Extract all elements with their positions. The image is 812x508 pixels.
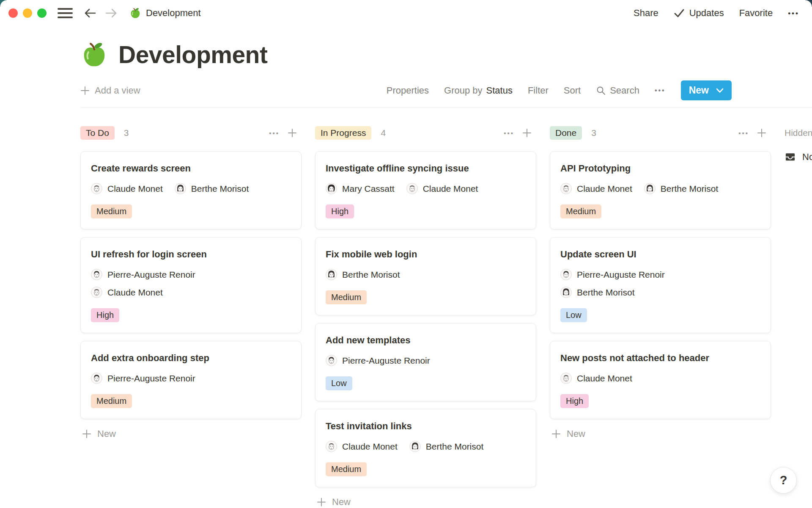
- assignee-chip[interactable]: Berthe Morisot: [175, 183, 249, 194]
- priority-tag[interactable]: Medium: [91, 394, 132, 408]
- filter-button[interactable]: Filter: [528, 85, 549, 96]
- card[interactable]: Create rewards screenClaude MonetBerthe …: [80, 151, 302, 229]
- assignee-chip[interactable]: Pierre-Auguste Renoir: [560, 269, 665, 280]
- column-add-card-icon[interactable]: [522, 128, 532, 138]
- card-title: New posts not attached to header: [560, 353, 760, 364]
- search-button[interactable]: Search: [596, 85, 639, 96]
- board-column-to-do: To Do3•••Create rewards screenClaude Mon…: [80, 125, 302, 439]
- card-title: API Prototyping: [560, 163, 760, 174]
- new-button[interactable]: New: [681, 80, 732, 100]
- column-cards: Create rewards screenClaude MonetBerthe …: [80, 151, 302, 419]
- card[interactable]: Test invitation linksClaude MonetBerthe …: [315, 409, 536, 487]
- column-more-icon[interactable]: •••: [269, 130, 280, 136]
- column-add-card-icon[interactable]: [757, 128, 767, 138]
- back-arrow-icon[interactable]: [84, 8, 96, 19]
- assignee-name: Claude Monet: [577, 373, 632, 384]
- assignee-name: Berthe Morisot: [577, 287, 635, 298]
- column-status-tag[interactable]: To Do: [80, 126, 115, 140]
- updates-button[interactable]: Updates: [674, 8, 724, 19]
- assignee-chip[interactable]: Claude Monet: [560, 373, 632, 384]
- assignee-chip[interactable]: Claude Monet: [406, 183, 478, 194]
- page-title[interactable]: Development: [118, 41, 267, 69]
- card[interactable]: Add extra onboarding stepPierre-Auguste …: [80, 341, 302, 419]
- breadcrumb[interactable]: Development: [129, 7, 201, 19]
- assignee-name: Claude Monet: [107, 287, 163, 298]
- priority-tag[interactable]: Medium: [560, 204, 601, 218]
- column-count: 4: [381, 128, 386, 138]
- properties-button[interactable]: Properties: [387, 85, 429, 96]
- assignee-chip[interactable]: Pierre-Auguste Renoir: [91, 269, 195, 280]
- sort-button[interactable]: Sort: [564, 85, 581, 96]
- assignee-chip[interactable]: Berthe Morisot: [644, 183, 719, 194]
- column-status-tag[interactable]: In Progress: [315, 126, 371, 140]
- avatar-monet: [406, 183, 418, 194]
- priority-tag[interactable]: High: [560, 394, 589, 408]
- card[interactable]: Add new templatesPierre-Auguste RenoirLo…: [315, 323, 536, 401]
- card[interactable]: API PrototypingClaude MonetBerthe Moriso…: [550, 151, 771, 229]
- card-assignee-row: Pierre-Auguste Renoir: [91, 373, 291, 384]
- card[interactable]: UI refresh for login screenPierre-August…: [80, 237, 302, 333]
- plus-icon: [287, 128, 297, 138]
- priority-tag[interactable]: Medium: [326, 462, 367, 476]
- column-new-card-button[interactable]: New: [315, 497, 536, 508]
- zoom-window-button[interactable]: [37, 8, 47, 18]
- assignee-chip[interactable]: Claude Monet: [560, 183, 632, 194]
- priority-tag[interactable]: High: [326, 204, 354, 218]
- avatar-morisot: [560, 287, 572, 298]
- card-assignee-row: Claude MonetBerthe Morisot: [326, 441, 526, 452]
- assignee-chip[interactable]: Pierre-Auguste Renoir: [326, 355, 430, 366]
- topbar-more-icon[interactable]: •••: [788, 10, 799, 17]
- column-more-icon[interactable]: •••: [504, 130, 514, 136]
- board-column-done: Done3•••API PrototypingClaude MonetBerth…: [550, 125, 771, 439]
- close-window-button[interactable]: [8, 8, 18, 18]
- card-title: Test invitation links: [326, 421, 526, 432]
- assignee-name: Berthe Morisot: [342, 270, 400, 280]
- add-view-button[interactable]: Add a view: [80, 85, 140, 96]
- column-new-card-button[interactable]: New: [550, 428, 771, 439]
- minimize-window-button[interactable]: [23, 8, 32, 18]
- assignee-chip[interactable]: Claude Monet: [326, 441, 398, 452]
- favorite-button[interactable]: Favorite: [739, 8, 773, 19]
- share-button[interactable]: Share: [634, 8, 658, 19]
- toolbar-more-icon[interactable]: •••: [655, 87, 666, 94]
- priority-tag[interactable]: Medium: [91, 204, 132, 218]
- card-assignee-row: Berthe Morisot: [560, 287, 760, 298]
- column-count: 3: [591, 128, 596, 138]
- column-status-tag[interactable]: Done: [550, 126, 582, 140]
- board-column-in-progress: In Progress4•••Investigate offline synci…: [315, 125, 536, 508]
- column-more-icon[interactable]: •••: [738, 130, 749, 136]
- inbox-icon: [785, 151, 796, 163]
- assignee-chip[interactable]: Pierre-Auguste Renoir: [91, 373, 195, 384]
- priority-tag[interactable]: High: [91, 308, 119, 322]
- column-add-card-icon[interactable]: [287, 128, 297, 138]
- assignee-chip[interactable]: Berthe Morisot: [326, 269, 400, 280]
- assignee-chip[interactable]: Berthe Morisot: [409, 441, 484, 452]
- forward-arrow-icon[interactable]: [105, 8, 118, 19]
- column-new-card-button[interactable]: New: [80, 428, 302, 439]
- assignee-chip[interactable]: Mary Cassatt: [326, 183, 395, 194]
- card[interactable]: Update screen UIPierre-Auguste RenoirBer…: [550, 237, 771, 333]
- priority-tag[interactable]: Low: [326, 376, 352, 390]
- column-actions: •••: [738, 128, 767, 138]
- card[interactable]: Fix mobile web loginBerthe MorisotMedium: [315, 237, 536, 315]
- group-by-value: Status: [486, 85, 513, 96]
- avatar-cassatt: [326, 183, 337, 194]
- hidden-group-no-status[interactable]: No Status: [785, 151, 812, 163]
- help-button[interactable]: ?: [770, 467, 797, 494]
- page-green-apple-icon[interactable]: [80, 41, 108, 69]
- group-by-button[interactable]: Group by Status: [444, 85, 513, 96]
- chevron-down-icon: [716, 88, 724, 93]
- assignee-chip[interactable]: Berthe Morisot: [560, 287, 635, 298]
- assignee-chip[interactable]: Claude Monet: [91, 287, 163, 298]
- column-actions: •••: [504, 128, 532, 138]
- avatar-renoir: [91, 373, 102, 384]
- card[interactable]: Investigate offline syncing issueMary Ca…: [315, 151, 536, 229]
- assignee-chip[interactable]: Claude Monet: [91, 183, 163, 194]
- column-header: To Do3•••: [80, 125, 302, 141]
- card-title: Create rewards screen: [91, 163, 291, 174]
- priority-tag[interactable]: Medium: [326, 290, 367, 304]
- priority-tag[interactable]: Low: [560, 308, 587, 322]
- card[interactable]: New posts not attached to headerClaude M…: [550, 341, 771, 419]
- avatar-morisot: [175, 183, 186, 194]
- sidebar-menu-icon[interactable]: [58, 8, 73, 18]
